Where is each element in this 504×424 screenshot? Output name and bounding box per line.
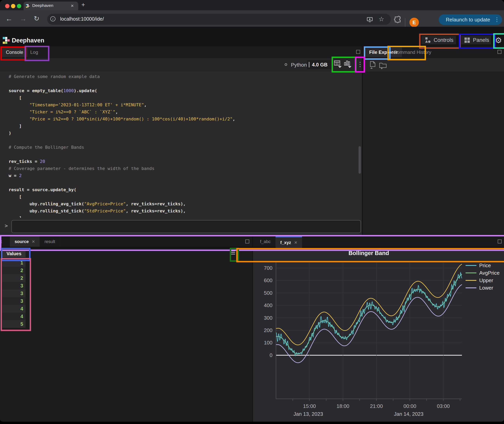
- left-panel-maximize-icon[interactable]: [356, 50, 360, 54]
- code-line: uby.rolling_avg_tick("AvgPrice=Price", r…: [9, 200, 235, 207]
- tab-label: f_xyz: [280, 237, 291, 248]
- chart-panel-maximize-icon[interactable]: [498, 239, 502, 243]
- bottom-tab-f_xyz[interactable]: f_xyz×: [276, 236, 302, 248]
- file-explorer-panel: [363, 58, 504, 235]
- bottom-tabrow-left: tsource×result: [0, 236, 252, 247]
- site-info-icon[interactable]: i: [50, 16, 56, 21]
- heap-bar: [309, 62, 310, 67]
- tab-log[interactable]: Log: [26, 48, 43, 57]
- legend-item-Lower[interactable]: Lower: [466, 284, 500, 292]
- code-line: "Price = i%2==0 ? 100*sin(i/40)+100*rand…: [9, 116, 235, 123]
- table-row[interactable]: 2: [2, 267, 25, 274]
- svg-text:0: 0: [270, 352, 272, 358]
- legend-item-Upper[interactable]: Upper: [466, 277, 500, 284]
- console-kebab-icon[interactable]: ⋮: [357, 61, 363, 68]
- table-row[interactable]: 4: [2, 305, 25, 313]
- install-icon[interactable]: [366, 16, 373, 23]
- tab-console[interactable]: Console: [2, 48, 27, 57]
- code-line: "Ticker = i%2==0 ? `ABC` : `XYZ`",: [9, 108, 235, 116]
- code-line: source = empty_table(1000).update(: [9, 87, 235, 94]
- table-row[interactable]: 3: [2, 297, 25, 305]
- panels-button[interactable]: Panels: [461, 36, 491, 44]
- close-window-button[interactable]: [5, 4, 9, 8]
- bottom-tabrow-right: f_abcf_xyz×: [253, 236, 504, 247]
- svg-text:100: 100: [264, 340, 272, 346]
- relaunch-button[interactable]: Relaunch to update ⋮: [439, 14, 502, 25]
- bottom-tab-t[interactable]: t: [0, 236, 10, 247]
- code-line: [9, 151, 235, 158]
- table-row[interactable]: 5: [2, 320, 25, 328]
- legend-item-AvgPrice[interactable]: AvgPrice: [466, 269, 500, 277]
- open-table-button[interactable]: [334, 60, 342, 68]
- heap-value: 4.0 GB: [312, 62, 328, 68]
- settings-gear-icon[interactable]: ⚙: [495, 36, 502, 45]
- open-chart-button[interactable]: [344, 60, 352, 68]
- code-line: [9, 137, 235, 144]
- table-panel-maximize-icon[interactable]: [245, 239, 249, 243]
- values-column-header[interactable]: Values: [2, 250, 25, 257]
- editor-scrollbar-thumb[interactable]: [359, 146, 361, 174]
- chart-legend: PriceAvgPriceUpperLower: [466, 262, 500, 292]
- code-line: w = 2: [9, 172, 235, 179]
- code-line: rev_ticks = 20: [9, 158, 235, 165]
- bottom-tab-result[interactable]: result: [40, 236, 60, 247]
- svg-text:Jan 13, 2023: Jan 13, 2023: [293, 411, 323, 417]
- legend-swatch: [466, 273, 477, 273]
- browser-window: Deephaven × + ← → ↻ i localhost:10000/id…: [0, 0, 504, 422]
- svg-text:500: 500: [264, 290, 272, 296]
- right-panel-maximize-icon[interactable]: [498, 50, 501, 54]
- svg-text:400: 400: [264, 302, 272, 308]
- code-line: [9, 80, 235, 87]
- svg-text:700: 700: [264, 265, 272, 271]
- shapes-icon: [425, 37, 431, 43]
- new-file-icon[interactable]: [369, 61, 376, 69]
- svg-text:15:00: 15:00: [303, 403, 316, 409]
- svg-text:21:00: 21:00: [370, 403, 383, 409]
- favicon: [26, 4, 30, 8]
- close-tab-icon[interactable]: ×: [294, 237, 297, 248]
- browser-menu-kebab-icon[interactable]: ⋮: [494, 16, 500, 23]
- table-row[interactable]: 3: [2, 282, 25, 290]
- language-label: Python: [291, 62, 307, 68]
- legend-item-Price[interactable]: Price: [466, 262, 500, 269]
- controls-label: Controls: [434, 37, 454, 43]
- console-input[interactable]: [11, 220, 361, 233]
- table-row[interactable]: 3: [2, 290, 25, 297]
- bookmark-star-icon[interactable]: ☆: [378, 15, 384, 23]
- close-tab-icon[interactable]: ×: [32, 236, 35, 247]
- back-icon[interactable]: ←: [6, 14, 13, 23]
- code-editor[interactable]: # Generate some random example datasourc…: [0, 72, 358, 218]
- svg-text:03:00: 03:00: [437, 403, 450, 409]
- legend-label: AvgPrice: [479, 270, 500, 276]
- tab-title: Deephaven: [32, 3, 53, 8]
- tab-label: source: [14, 236, 29, 247]
- bottom-tab-source[interactable]: source×: [10, 236, 40, 247]
- forward-icon[interactable]: →: [20, 14, 27, 23]
- table-row[interactable]: 1: [2, 259, 25, 267]
- url-bar[interactable]: i localhost:10000/ide/ ☆: [47, 14, 391, 25]
- app-title: Deephaven: [12, 37, 44, 44]
- tab-command-history[interactable]: Command History: [389, 48, 436, 57]
- table-row[interactable]: 4: [2, 313, 25, 320]
- zoom-window-button[interactable]: [17, 4, 21, 8]
- legend-label: Lower: [479, 285, 493, 291]
- deephaven-logo: [3, 37, 10, 44]
- reload-icon[interactable]: ↻: [34, 14, 39, 22]
- heap-usage: 4.0 GB: [307, 60, 332, 69]
- new-folder-icon[interactable]: [379, 62, 387, 69]
- minimize-window-button[interactable]: [11, 4, 15, 8]
- table-menu-icon[interactable]: [231, 250, 235, 255]
- extensions-puzzle-icon[interactable]: [394, 16, 401, 23]
- bottom-tab-f_abc[interactable]: f_abc: [255, 236, 276, 247]
- legend-swatch: [466, 287, 477, 288]
- controls-button[interactable]: Controls: [422, 36, 456, 44]
- close-tab-icon[interactable]: ×: [71, 3, 74, 9]
- table-row[interactable]: 2: [2, 274, 25, 282]
- code-line: ]: [9, 123, 235, 130]
- svg-text:Jan 14, 2023: Jan 14, 2023: [394, 411, 423, 417]
- code-line: uby.rolling_std_tick("StdPrice=Price", r…: [9, 207, 235, 215]
- new-tab-button[interactable]: +: [81, 1, 85, 8]
- url-text[interactable]: localhost:10000/ide/: [60, 16, 104, 22]
- browser-tab[interactable]: Deephaven ×: [24, 2, 78, 10]
- avatar[interactable]: E: [410, 18, 419, 27]
